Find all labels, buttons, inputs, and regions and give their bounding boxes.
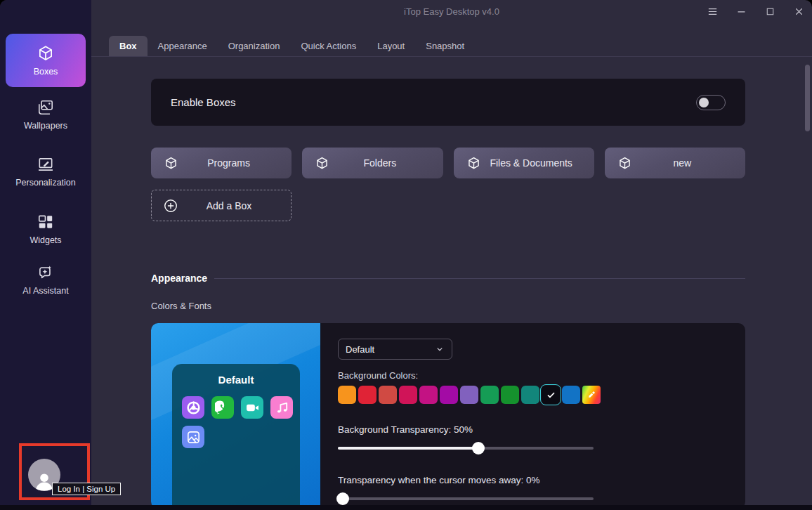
wallpapers-icon	[37, 98, 55, 117]
box-buttons-row: ProgramsFoldersFiles & Documentsnew	[151, 148, 745, 178]
color-swatch-10[interactable]	[542, 386, 560, 404]
cube-icon	[37, 44, 55, 63]
section-divider	[214, 278, 745, 279]
preview-box: Default	[172, 364, 300, 509]
chevron-down-icon	[435, 344, 445, 354]
color-swatch-9[interactable]	[521, 386, 539, 404]
sidebar: BoxesWallpapersPersonalizationWidgetsAI …	[0, 0, 91, 510]
window-controls	[706, 0, 805, 22]
cube-icon	[164, 156, 178, 171]
color-swatch-8[interactable]	[501, 386, 519, 404]
add-a-box-label: Add a Box	[178, 200, 280, 211]
tab-layout[interactable]: Layout	[367, 36, 415, 56]
slider-thumb[interactable]	[472, 442, 485, 455]
tab-bar: BoxAppearanceOrganizationQuick ActionsLa…	[91, 33, 812, 57]
personalization-icon	[37, 155, 55, 174]
bg-transparency-slider[interactable]	[338, 442, 594, 455]
slider-track	[338, 497, 594, 500]
color-swatch-4[interactable]	[419, 386, 438, 404]
color-swatch-1[interactable]	[358, 386, 376, 404]
colors-fonts-controls: Default Background Colors: Background Tr…	[320, 323, 745, 509]
tab-appearance[interactable]: Appearance	[148, 36, 218, 56]
sidebar-item-label: Widgets	[30, 235, 61, 245]
window-bottom-edge	[0, 505, 812, 510]
color-swatch-6[interactable]	[460, 386, 478, 404]
sidebar-item-label: Wallpapers	[24, 121, 67, 131]
sidebar-item-widgets[interactable]: Widgets	[0, 213, 91, 245]
minimize-button[interactable]	[735, 5, 747, 18]
color-swatch-0[interactable]	[338, 386, 356, 404]
cube-icon	[617, 156, 632, 171]
preview-box-title: Default	[172, 374, 300, 386]
slider-fill	[338, 447, 478, 450]
check-icon	[546, 390, 556, 400]
music-icon	[270, 396, 293, 419]
add-a-box-button[interactable]: Add a Box	[151, 190, 292, 221]
box-button-label: Programs	[178, 157, 279, 169]
cursor-transparency-slider[interactable]	[338, 492, 594, 505]
sidebar-item-label: AI Assistant	[22, 286, 68, 296]
color-swatch-11[interactable]	[562, 386, 580, 404]
title-bar: iTop Easy Desktop v4.0	[91, 0, 812, 22]
widgets-icon	[37, 213, 55, 231]
box-button-folders[interactable]: Folders	[302, 148, 443, 178]
tab-quick-actions[interactable]: Quick Actions	[290, 36, 367, 56]
video-icon	[241, 396, 263, 419]
slider-thumb[interactable]	[336, 492, 349, 505]
color-swatch-5[interactable]	[440, 386, 458, 404]
scrollbar-thumb[interactable]	[805, 65, 810, 131]
close-button[interactable]	[792, 5, 805, 18]
sidebar-item-boxes[interactable]: Boxes	[6, 34, 86, 87]
style-dropdown-value: Default	[346, 344, 374, 355]
sidebar-item-label: Boxes	[34, 67, 58, 77]
box-button-label: new	[632, 157, 733, 169]
toggle-knob	[699, 98, 709, 107]
color-picker-swatch[interactable]	[582, 386, 601, 404]
colors-fonts-panel: Default Default Background Colors: Backg…	[151, 323, 745, 509]
plus-circle-icon	[163, 198, 178, 214]
cursor-transparency-label: Transparency when the cursor moves away:…	[338, 475, 745, 485]
appearance-section-header: Appearance	[151, 273, 745, 284]
login-signup-tooltip: Log In | Sign Up	[52, 483, 121, 495]
ai-assistant-icon	[37, 263, 55, 282]
menu-button[interactable]	[706, 5, 719, 18]
maximize-button[interactable]	[764, 5, 776, 18]
bg-transparency-label: Background Transparency: 50%	[338, 424, 745, 435]
tab-snapshot[interactable]: Snapshot	[415, 36, 475, 56]
background-colors-label: Background Colors:	[338, 370, 745, 381]
sidebar-item-personalization[interactable]: Personalization	[0, 155, 91, 188]
app-window: BoxesWallpapersPersonalizationWidgetsAI …	[0, 0, 812, 510]
sidebar-item-label: Personalization	[15, 178, 75, 188]
minimize-icon	[735, 6, 747, 18]
box-button-programs[interactable]: Programs	[151, 148, 292, 178]
enable-boxes-label: Enable Boxes	[171, 96, 236, 108]
box-button-label: Files & Documents	[481, 157, 582, 169]
enable-boxes-toggle[interactable]	[696, 95, 726, 110]
box-button-new[interactable]: new	[605, 148, 745, 178]
sidebar-item-wallpapers[interactable]: Wallpapers	[0, 98, 91, 131]
color-swatches	[338, 386, 745, 404]
chrome-icon	[182, 396, 204, 419]
window-title: iTop Easy Desktop v4.0	[91, 0, 812, 22]
box-button-files-documents[interactable]: Files & Documents	[454, 148, 594, 178]
box-preview: Default	[151, 323, 320, 509]
color-swatch-3[interactable]	[399, 386, 417, 404]
menu-icon	[707, 6, 719, 18]
colors-fonts-label: Colors & Fonts	[151, 301, 812, 311]
color-swatch-2[interactable]	[379, 386, 397, 404]
color-swatch-7[interactable]	[480, 386, 499, 404]
cube-icon	[466, 156, 481, 171]
tab-organization[interactable]: Organization	[218, 36, 291, 56]
cube-icon	[315, 156, 329, 171]
enable-boxes-card: Enable Boxes	[151, 79, 745, 126]
settings-content: Enable Boxes ProgramsFoldersFiles & Docu…	[91, 57, 812, 510]
maximize-icon	[764, 6, 776, 18]
whatsapp-icon	[211, 396, 234, 419]
photos-icon	[182, 426, 204, 448]
preview-app-icons	[182, 396, 300, 448]
close-icon	[793, 6, 805, 18]
style-dropdown[interactable]: Default	[338, 339, 452, 360]
tab-box[interactable]: Box	[109, 36, 148, 56]
appearance-section-title: Appearance	[151, 273, 207, 284]
sidebar-item-ai-assistant[interactable]: AI Assistant	[0, 263, 91, 296]
